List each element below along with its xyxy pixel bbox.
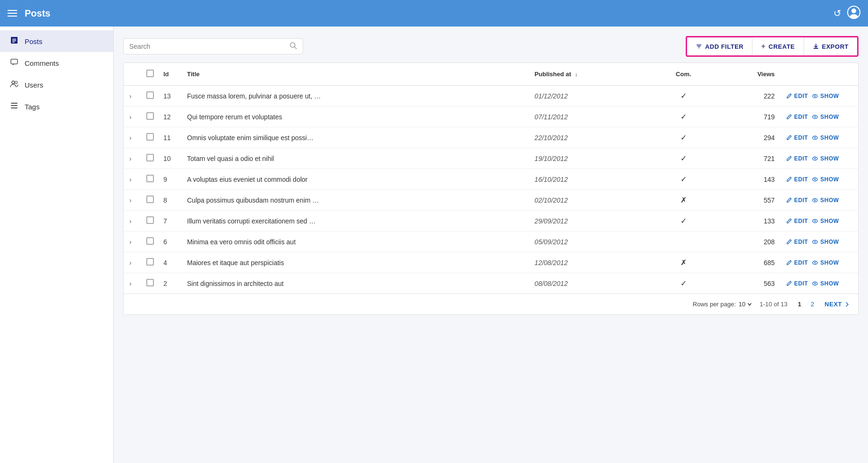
id-cell: 11: [160, 127, 183, 148]
user-icon[interactable]: [847, 6, 860, 21]
edit-button[interactable]: EDIT: [786, 176, 808, 183]
row-checkbox[interactable]: [146, 237, 154, 245]
expand-cell: ›: [124, 211, 143, 232]
comments-col-header: Com.: [655, 63, 712, 86]
table-row: › 13 Fusce massa lorem, pulvinar a posue…: [124, 86, 858, 107]
title-cell: Culpa possimus quibusdam nostrum enim …: [183, 190, 531, 211]
row-checkbox[interactable]: [146, 216, 154, 224]
edit-button[interactable]: EDIT: [786, 114, 808, 120]
comments-cell: [655, 232, 712, 252]
row-checkbox[interactable]: [146, 196, 154, 203]
select-all-col-header: [143, 63, 160, 86]
svg-rect-13: [11, 107, 18, 108]
title-cell: Omnis voluptate enim similique est possi…: [183, 127, 531, 148]
show-button[interactable]: SHOW: [812, 93, 839, 99]
select-cell: [143, 127, 160, 148]
select-cell: [143, 107, 160, 127]
table-row: › 8 Culpa possimus quibusdam nostrum eni…: [124, 190, 858, 211]
search-input[interactable]: [129, 43, 286, 50]
row-checkbox[interactable]: [146, 91, 154, 99]
row-checkbox[interactable]: [146, 175, 154, 182]
action-buttons: ADD FILTER + CREATE EXPORT: [686, 36, 859, 57]
row-checkbox[interactable]: [146, 154, 154, 161]
views-cell: 557: [712, 190, 782, 211]
title-cell: Illum veritatis corrupti exercitationem …: [183, 211, 531, 232]
show-button[interactable]: SHOW: [812, 134, 839, 141]
show-button[interactable]: SHOW: [812, 280, 839, 287]
show-button[interactable]: SHOW: [812, 239, 839, 245]
sidebar-item-comments[interactable]: Comments: [0, 52, 113, 74]
sidebar-item-users-label: Users: [25, 81, 43, 89]
show-button[interactable]: SHOW: [812, 218, 839, 224]
edit-button[interactable]: EDIT: [786, 239, 808, 245]
edit-button[interactable]: EDIT: [786, 197, 808, 204]
page-1-button[interactable]: 1: [795, 300, 804, 309]
expand-row-button[interactable]: ›: [127, 90, 134, 102]
row-actions: EDIT SHOW: [786, 239, 854, 245]
table-row: › 7 Illum veritatis corrupti exercitatio…: [124, 211, 858, 232]
show-button[interactable]: SHOW: [812, 176, 839, 183]
title-cell: A voluptas eius eveniet ut commodi dolor: [183, 169, 531, 190]
comments-cell: ✓: [655, 127, 712, 148]
row-checkbox[interactable]: [146, 279, 154, 286]
expand-row-button[interactable]: ›: [127, 174, 134, 185]
views-cell: 222: [712, 86, 782, 107]
select-all-checkbox[interactable]: [146, 70, 154, 77]
rows-per-page-select[interactable]: 10: [739, 301, 752, 308]
actions-col-header: [782, 63, 858, 86]
expand-cell: ›: [124, 127, 143, 148]
expand-row-button[interactable]: ›: [127, 215, 134, 227]
expand-cell: ›: [124, 232, 143, 252]
expand-row-button[interactable]: ›: [127, 236, 134, 248]
sidebar-item-tags[interactable]: Tags: [0, 96, 113, 117]
page-numbers: 1 2: [795, 300, 817, 309]
edit-button[interactable]: EDIT: [786, 259, 808, 266]
tags-icon: [9, 101, 19, 112]
date-cell: 07/11/2012: [531, 107, 655, 127]
row-checkbox[interactable]: [146, 112, 154, 120]
select-cell: [143, 190, 160, 211]
rows-per-page-label: Rows per page:: [693, 301, 736, 308]
show-button[interactable]: SHOW: [812, 259, 839, 266]
edit-button[interactable]: EDIT: [786, 218, 808, 224]
actions-cell: EDIT SHOW: [782, 211, 858, 232]
sidebar-item-posts[interactable]: Posts: [0, 30, 113, 52]
expand-row-button[interactable]: ›: [127, 111, 134, 123]
show-button[interactable]: SHOW: [812, 197, 839, 204]
topbar-left: Posts: [8, 8, 50, 19]
views-cell: 143: [712, 169, 782, 190]
page-2-button[interactable]: 2: [808, 300, 817, 309]
edit-button[interactable]: EDIT: [786, 155, 808, 162]
show-button[interactable]: SHOW: [812, 114, 839, 120]
edit-button[interactable]: EDIT: [786, 280, 808, 287]
expand-row-button[interactable]: ›: [127, 132, 134, 143]
refresh-icon[interactable]: ↺: [833, 8, 841, 19]
row-checkbox[interactable]: [146, 133, 154, 141]
next-page-button[interactable]: NEXT: [824, 301, 850, 308]
export-button[interactable]: EXPORT: [804, 38, 857, 55]
svg-point-35: [814, 241, 816, 242]
expand-row-button[interactable]: ›: [127, 278, 134, 289]
expand-col-header: [124, 63, 143, 86]
svg-rect-19: [814, 48, 818, 49]
menu-icon[interactable]: [8, 10, 17, 17]
published-at-col-header[interactable]: Published at ↓: [531, 63, 655, 86]
svg-point-10: [15, 81, 18, 84]
create-button[interactable]: + CREATE: [752, 37, 804, 55]
expand-cell: ›: [124, 273, 143, 294]
date-cell: 02/10/2012: [531, 190, 655, 211]
show-button[interactable]: SHOW: [812, 155, 839, 162]
row-checkbox[interactable]: [146, 258, 154, 266]
date-cell: 05/09/2012: [531, 232, 655, 252]
edit-button[interactable]: EDIT: [786, 93, 808, 99]
expand-row-button[interactable]: ›: [127, 195, 134, 206]
add-filter-button[interactable]: ADD FILTER: [687, 38, 752, 55]
edit-button[interactable]: EDIT: [786, 134, 808, 141]
sidebar-item-users[interactable]: Users: [0, 74, 113, 96]
date-cell: 22/10/2012: [531, 127, 655, 148]
table-header-row: Id Title Published at ↓ Com. Views: [124, 63, 858, 86]
expand-row-button[interactable]: ›: [127, 257, 134, 268]
comment-check: ✓: [680, 175, 687, 183]
expand-row-button[interactable]: ›: [127, 153, 134, 164]
row-actions: EDIT SHOW: [786, 176, 854, 183]
